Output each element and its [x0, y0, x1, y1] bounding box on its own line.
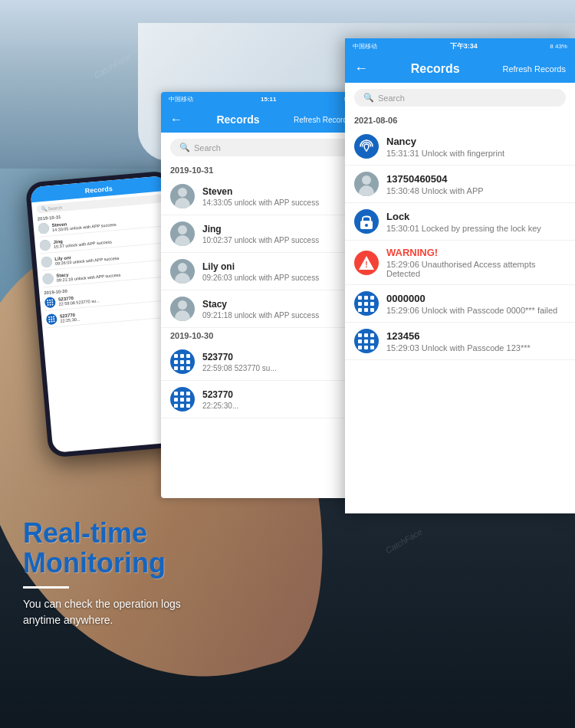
small-avatar-6: [46, 313, 58, 325]
main-record-info-2: 13750460504 15:30:48 Unlock with APP: [386, 173, 566, 195]
main-record-detail-6: 15:29:03 Unlock with Passcode 123***: [386, 343, 566, 353]
small-record-text-4: Stacy 09:21:18 unlock with APP success: [56, 268, 120, 283]
secondary-record-4: Stacy 09:21:18 unlock with APP success: [161, 290, 360, 328]
secondary-record-info-1: Steven 14:33:05 unlock with APP success: [202, 186, 351, 207]
main-record-4: ! WARNING! 15:29:06 Unauthorised Access …: [345, 241, 575, 285]
subtext-line2: anytime anywhere.: [23, 614, 113, 626]
main-record-name-4: WARNING!: [386, 247, 566, 258]
secondary-time: 15:11: [261, 96, 276, 103]
main-record-6: 123456 15:29:03 Unlock with Passcode 123…: [345, 323, 575, 360]
small-avatar-3: [41, 256, 52, 267]
main-record-5: 0000000 15:29:06 Unlock with Passcode 00…: [345, 285, 575, 323]
fingerprint-icon: [354, 134, 379, 159]
secondary-record-name-6: 523770: [202, 389, 351, 400]
secondary-search-icon: 🔍: [179, 143, 190, 152]
svg-point-0: [356, 136, 377, 157]
secondary-record-name-3: Lily oni: [202, 261, 351, 272]
main-record-name-2: 13750460504: [386, 173, 566, 185]
secondary-record-info-3: Lily oni 09:26:03 unlock with APP succes…: [202, 261, 351, 282]
main-back-button[interactable]: ←: [354, 61, 368, 77]
secondary-avatar-6: [170, 387, 195, 412]
secondary-record-detail-2: 10:02:37 unlock with APP success: [202, 236, 351, 244]
secondary-record-detail-1: 14:33:05 unlock with APP success: [202, 198, 351, 207]
text-section: Real-time Monitoring You can check the o…: [23, 518, 181, 628]
secondary-app-header: ← Records Refresh Records: [161, 107, 360, 133]
main-avatar-2: [354, 172, 379, 196]
secondary-back-button[interactable]: ←: [170, 113, 182, 126]
secondary-carrier: 中国移动: [169, 95, 193, 103]
secondary-record-name-4: Stacy: [202, 299, 351, 310]
main-search-input[interactable]: 🔍 Search: [354, 89, 566, 107]
main-record-3: Lock 15:30:01 Locked by pressing the loc…: [345, 203, 575, 241]
headline-line2: Monitoring: [23, 547, 166, 579]
secondary-record-detail-3: 09:26:03 unlock with APP success: [202, 274, 351, 282]
secondary-record-2: Jing 10:02:37 unlock with APP success: [161, 215, 360, 253]
main-search-placeholder: Search: [378, 93, 405, 103]
main-record-name-5: 0000000: [386, 293, 566, 304]
warning-icon: !: [358, 254, 375, 271]
secondary-record-detail-5: 22:59:08 523770 su...: [202, 364, 351, 372]
secondary-record-name-2: Jing: [202, 224, 351, 234]
small-avatar-5: [44, 297, 56, 308]
main-battery: 8 43%: [550, 43, 567, 50]
main-record-detail-1: 15:31:31 Unlock with fingerprint: [386, 149, 566, 158]
main-record-name-3: Lock: [386, 211, 566, 222]
secondary-search-input[interactable]: 🔍 Search: [170, 139, 351, 156]
secondary-record-detail-4: 09:21:18 unlock with APP success: [202, 311, 351, 320]
main-record-info-4: WARNING! 15:29:06 Unauthorised Access at…: [386, 247, 566, 278]
secondary-avatar-3: [170, 259, 195, 284]
main-record-name-6: 123456: [386, 330, 566, 342]
main-record-detail-4: 15:29:06 Unauthorised Access attempts De…: [386, 260, 566, 278]
small-phone-content: 🔍 Search 2019-10-31 Steven 14:33:05 unlo…: [31, 191, 179, 335]
main-record-info-5: 0000000 15:29:06 Unlock with Passcode 00…: [386, 293, 566, 315]
small-avatar-1: [38, 222, 49, 234]
secondary-date-1: 2019-10-31: [161, 162, 360, 178]
main-record-info-1: Nancy 15:31:31 Unlock with fingerprint: [386, 136, 566, 158]
subtext-line1: You can check the operation logs: [23, 598, 181, 610]
main-record-detail-3: 15:30:01 Locked by pressing the lock key: [386, 224, 566, 233]
main-record-2: 13750460504 15:30:48 Unlock with APP: [345, 166, 575, 203]
main-record-info-6: 123456 15:29:03 Unlock with Passcode 123…: [386, 330, 566, 353]
svg-point-2: [365, 224, 368, 227]
secondary-avatar-1: [170, 184, 195, 208]
lock-icon: [359, 213, 374, 230]
headline-line1: Real-time: [23, 517, 147, 549]
secondary-date-2: 2019-10-30: [161, 328, 360, 343]
secondary-header-title: Records: [182, 113, 294, 126]
main-record-detail-5: 15:29:06 Unlock with Passcode 0000*** fa…: [386, 306, 566, 315]
main-search-bar: 🔍 Search: [345, 83, 575, 113]
secondary-record-3: Lily oni 09:26:03 unlock with APP succes…: [161, 253, 360, 290]
secondary-search-placeholder: Search: [194, 143, 221, 152]
main-time: 下午3:34: [450, 41, 478, 51]
small-record-text-3: Lily oni 09:26:03 unlock with APP succes…: [54, 251, 119, 266]
main-record-info-3: Lock 15:30:01 Locked by pressing the loc…: [386, 211, 566, 233]
main-search-icon: 🔍: [363, 93, 374, 103]
main-avatar-4: !: [354, 251, 379, 275]
secondary-refresh-button[interactable]: Refresh Records: [294, 116, 351, 124]
svg-text:!: !: [365, 261, 367, 269]
secondary-record-info-4: Stacy 09:21:18 unlock with APP success: [202, 299, 351, 320]
main-refresh-button[interactable]: Refresh Records: [502, 64, 566, 74]
secondary-status-bar: 中国移动 15:11 9%: [161, 92, 360, 107]
small-avatar-4: [42, 273, 54, 284]
secondary-avatar-4: [170, 297, 195, 321]
secondary-record-6: 523770 22:25:30...: [161, 381, 360, 418]
small-record-text-5: 523770 22:59:08 523770 su...: [58, 293, 100, 307]
secondary-record-detail-6: 22:25:30...: [202, 402, 351, 410]
main-avatar-6: [354, 329, 379, 353]
small-record-text-6: 523770 22:25:30...: [60, 312, 80, 323]
secondary-record-info-2: Jing 10:02:37 unlock with APP success: [202, 224, 351, 244]
small-record-text-1: Steven 14:33:05 unlock with APP success: [51, 218, 116, 232]
secondary-avatar-5: [170, 349, 195, 374]
main-date-1: 2021-08-06: [345, 113, 575, 128]
small-record-text-2: Jing 15:37 unlock with APP success: [53, 234, 112, 249]
secondary-record-info-6: 523770 22:25:30...: [202, 389, 351, 410]
secondary-record-name-5: 523770: [202, 352, 351, 362]
phone-secondary: 中国移动 15:11 9% ← Records Refresh Records …: [161, 92, 360, 498]
secondary-record-info-5: 523770 22:59:08 523770 su...: [202, 352, 351, 372]
secondary-search-bar: 🔍 Search: [161, 133, 360, 162]
main-record-detail-2: 15:30:48 Unlock with APP: [386, 186, 566, 195]
main-avatar-1: [354, 134, 379, 159]
main-record-1: Nancy 15:31:31 Unlock with fingerprint: [345, 128, 575, 166]
divider-line: [23, 586, 69, 589]
